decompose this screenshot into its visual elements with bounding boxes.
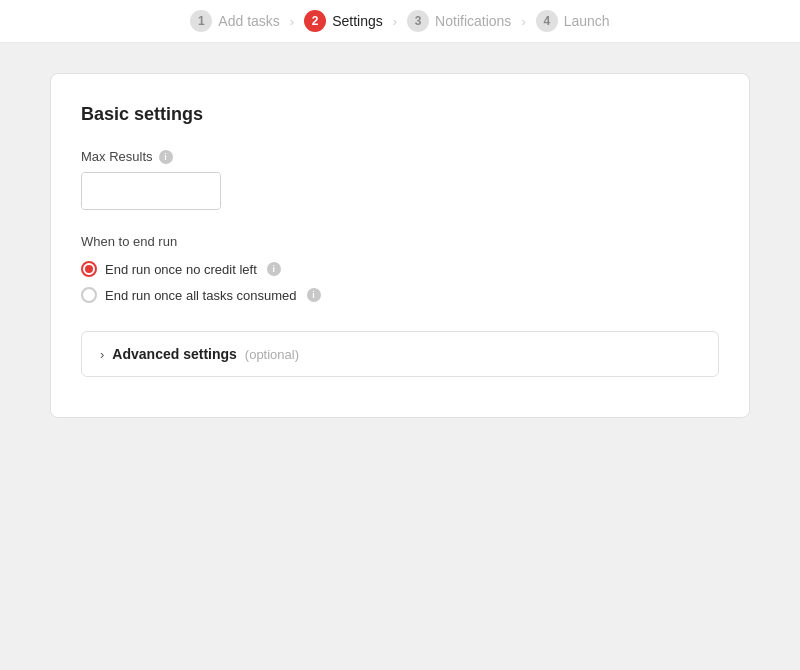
radio-label-1: End run once no credit left (105, 262, 257, 277)
step-1-label: Add tasks (218, 13, 279, 29)
radio-2-info-icon[interactable]: i (307, 288, 321, 302)
step-2-number: 2 (304, 10, 326, 32)
max-results-label-row: Max Results i (81, 149, 719, 164)
advanced-settings-optional: (optional) (245, 347, 299, 362)
max-results-input[interactable] (82, 173, 221, 209)
chevron-icon-2: › (393, 14, 397, 29)
step-3-number: 3 (407, 10, 429, 32)
card-title: Basic settings (81, 104, 719, 125)
stepper: 1 Add tasks › 2 Settings › 3 Notificatio… (0, 0, 800, 43)
advanced-settings-chevron-icon: › (100, 347, 104, 362)
chevron-icon-1: › (290, 14, 294, 29)
step-4-number: 4 (536, 10, 558, 32)
advanced-settings-label: Advanced settings (112, 346, 236, 362)
chevron-icon-3: › (521, 14, 525, 29)
max-results-info-icon[interactable]: i (159, 150, 173, 164)
step-3[interactable]: 3 Notifications (407, 10, 511, 32)
radio-1-info-icon[interactable]: i (267, 262, 281, 276)
radio-label-2: End run once all tasks consumed (105, 288, 297, 303)
step-4-label: Launch (564, 13, 610, 29)
advanced-settings-section[interactable]: › Advanced settings (optional) (81, 331, 719, 377)
step-4[interactable]: 4 Launch (536, 10, 610, 32)
when-to-end-label: When to end run (81, 234, 719, 249)
step-2[interactable]: 2 Settings (304, 10, 383, 32)
step-1-number: 1 (190, 10, 212, 32)
radio-group: End run once no credit left i End run on… (81, 261, 719, 303)
max-results-label: Max Results (81, 149, 153, 164)
step-3-label: Notifications (435, 13, 511, 29)
radio-option-1[interactable]: End run once no credit left i (81, 261, 719, 277)
max-results-input-wrapper: + − (81, 172, 221, 210)
basic-settings-card: Basic settings Max Results i + − When to… (50, 73, 750, 418)
radio-custom-2 (81, 287, 97, 303)
radio-dot-1 (85, 265, 93, 273)
step-2-label: Settings (332, 13, 383, 29)
step-1[interactable]: 1 Add tasks (190, 10, 279, 32)
content-area: Basic settings Max Results i + − When to… (0, 43, 800, 448)
radio-custom-1 (81, 261, 97, 277)
radio-option-2[interactable]: End run once all tasks consumed i (81, 287, 719, 303)
